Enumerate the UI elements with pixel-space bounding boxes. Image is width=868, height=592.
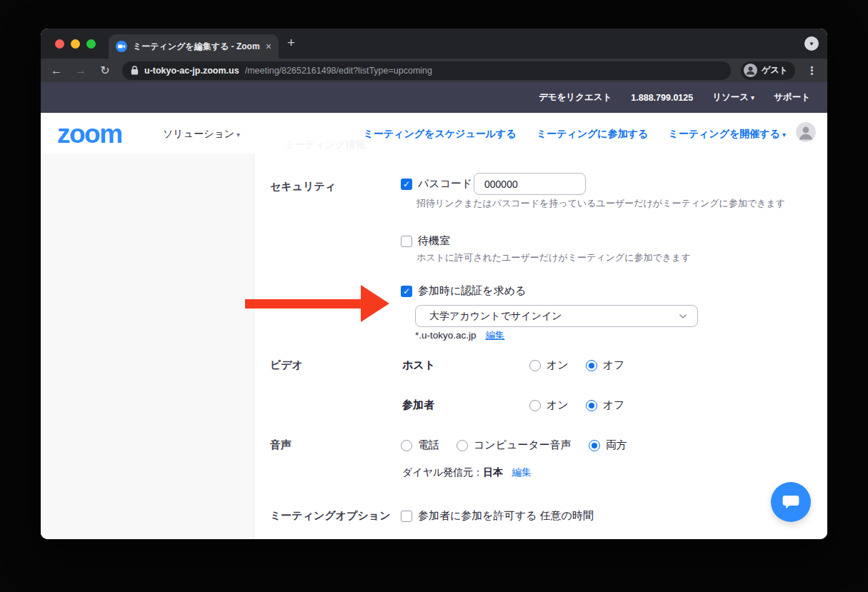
arrow-head xyxy=(361,285,389,322)
join-anytime-checkbox[interactable] xyxy=(401,511,412,522)
zoom-favicon-icon xyxy=(116,41,127,52)
zoom-logo[interactable]: zoom xyxy=(57,119,122,149)
waiting-room-label: 待機室 xyxy=(418,234,450,248)
check-icon: ✓ xyxy=(403,287,410,296)
url-bar[interactable]: u-tokyo-ac-jp.zoom.us /meeting/826521614… xyxy=(122,61,731,80)
profile-pill[interactable]: ゲスト xyxy=(741,61,795,80)
require-auth-label: 参加時に認証を求める xyxy=(418,284,526,298)
chat-fab-button[interactable] xyxy=(771,482,811,522)
participant-video-off-option[interactable]: オフ xyxy=(586,398,625,412)
radio-icon[interactable] xyxy=(586,360,597,371)
radio-icon[interactable] xyxy=(529,360,541,371)
audio-both-option[interactable]: 両方 xyxy=(589,438,627,452)
url-path: /meeting/82652161498/edit?listType=upcom… xyxy=(245,66,432,76)
new-tab-button[interactable]: + xyxy=(287,35,295,51)
red-arrow-annotation xyxy=(245,285,389,322)
video-participant-radios: オン オフ xyxy=(529,398,624,412)
chat-bubble-icon xyxy=(782,493,800,511)
lock-icon xyxy=(131,66,139,75)
participant-label: 参加者 xyxy=(402,398,434,412)
schedule-meeting-link[interactable]: ミーティングをスケジュールする xyxy=(363,128,516,141)
radio-icon[interactable] xyxy=(589,440,600,451)
support-link[interactable]: サポート xyxy=(774,91,810,104)
resources-menu[interactable]: リソース▾ xyxy=(712,91,754,104)
require-auth-row: ✓ 参加時に認証を求める xyxy=(401,284,526,298)
back-icon[interactable]: ← xyxy=(49,64,64,77)
chevron-down-icon: ▾ xyxy=(782,131,786,139)
zoom-top-bar: デモをリクエスト 1.888.799.0125 リソース▾ サポート xyxy=(41,82,827,113)
browser-menu-icon[interactable]: ⋮ xyxy=(805,64,819,77)
zoom-header: ミーティング情報 zoom ソリューション▾ ミーティングをスケジュールする ミ… xyxy=(41,113,827,154)
check-icon: ✓ xyxy=(403,180,410,189)
require-auth-checkbox[interactable]: ✓ xyxy=(401,286,412,297)
host-label: ホスト xyxy=(402,358,435,372)
waiting-room-checkbox[interactable] xyxy=(401,236,412,247)
forward-icon[interactable]: → xyxy=(74,64,88,77)
video-host-radios: オン オフ xyxy=(529,358,624,372)
window-zoom-button[interactable] xyxy=(86,39,96,49)
guest-label: ゲスト xyxy=(762,64,788,76)
tab-strip: ミーティングを編集する - Zoom × + ▼ xyxy=(41,29,827,59)
reload-icon[interactable]: ↻ xyxy=(98,64,112,77)
request-demo-link[interactable]: デモをリクエスト xyxy=(539,91,612,104)
host-meeting-menu[interactable]: ミーティングを開催する▾ xyxy=(668,128,786,141)
dial-from-line: ダイヤル発信元：日本編集 xyxy=(402,466,532,479)
window-close-button[interactable] xyxy=(55,39,64,49)
ghost-text: ミーティング情報 xyxy=(284,139,366,151)
passcode-row: ✓ パスコード xyxy=(401,173,472,195)
arrow-shaft xyxy=(245,299,361,308)
browser-window: ミーティングを編集する - Zoom × + ▼ ← → ↻ u-tokyo-a… xyxy=(41,29,827,539)
radio-icon[interactable] xyxy=(586,400,597,411)
chevron-down-icon: ▾ xyxy=(751,94,754,101)
edit-domains-link[interactable]: 編集 xyxy=(486,330,505,341)
meeting-edit-form: セキュリティ ✓ パスコード 招待リンクまたはパスコードを持っているユーザーだけ… xyxy=(41,154,827,539)
video-participant-row: 参加者 xyxy=(402,398,434,412)
video-section-label: ビデオ xyxy=(270,358,303,372)
waiting-room-help-text: ホストに許可されたユーザーだけがミーティングに参加できます xyxy=(416,251,691,264)
browser-tab[interactable]: ミーティングを編集する - Zoom × xyxy=(109,34,279,59)
audio-phone-option[interactable]: 電話 xyxy=(401,438,439,452)
join-anytime-row: 参加者に参加を許可する 任意の時間 xyxy=(401,509,594,523)
url-domain: u-tokyo-ac-jp.zoom.us xyxy=(144,66,239,76)
host-video-on-option[interactable]: オン xyxy=(529,358,569,372)
participant-video-on-option[interactable]: オン xyxy=(529,398,569,412)
waiting-room-row: 待機室 xyxy=(401,234,450,248)
radio-icon[interactable] xyxy=(457,440,468,451)
avatar-icon xyxy=(744,64,757,77)
radio-icon[interactable] xyxy=(401,440,412,451)
phone-number[interactable]: 1.888.799.0125 xyxy=(631,93,693,103)
audio-section-label: 音声 xyxy=(270,438,291,452)
video-host-row: ホスト xyxy=(402,358,435,372)
audio-computer-option[interactable]: コンピューター音声 xyxy=(457,438,572,452)
tab-title: ミーティングを編集する - Zoom xyxy=(133,41,260,53)
passcode-label: パスコード xyxy=(418,177,472,191)
header-links: ミーティングをスケジュールする ミーティングに参加する ミーティングを開催する▾ xyxy=(363,128,786,141)
join-meeting-link[interactable]: ミーティングに参加する xyxy=(537,128,649,141)
solutions-menu[interactable]: ソリューション▾ xyxy=(163,128,240,141)
chevron-down-icon: ▾ xyxy=(236,131,240,139)
host-video-off-option[interactable]: オフ xyxy=(586,358,625,372)
auth-method-value: 大学アカウントでサインイン xyxy=(429,310,679,323)
passcode-help-text: 招待リンクまたはパスコードを持っているユーザーだけがミーティングに参加できます xyxy=(416,197,785,210)
chevron-down-icon xyxy=(679,313,687,319)
audio-radios: 電話 コンピューター音声 両方 xyxy=(401,438,627,452)
left-sidebar xyxy=(41,154,254,539)
dial-from-label: ダイヤル発信元： xyxy=(402,466,483,479)
window-minimize-button[interactable] xyxy=(71,39,80,49)
auth-domains-text: *.u-tokyo.ac.jp編集 xyxy=(415,329,505,342)
join-anytime-label: 参加者に参加を許可する 任意の時間 xyxy=(418,509,594,523)
close-tab-icon[interactable]: × xyxy=(266,41,271,51)
security-section-label: セキュリティ xyxy=(270,180,336,194)
radio-icon[interactable] xyxy=(529,400,541,411)
tab-search-button[interactable]: ▼ xyxy=(804,36,819,51)
auth-method-select[interactable]: 大学アカウントでサインイン xyxy=(415,305,698,327)
passcode-input[interactable] xyxy=(474,173,586,195)
edit-dial-link[interactable]: 編集 xyxy=(512,466,532,479)
dial-country: 日本 xyxy=(483,466,503,479)
passcode-checkbox[interactable]: ✓ xyxy=(401,179,412,190)
account-avatar[interactable] xyxy=(796,122,816,142)
meeting-options-section-label: ミーティングオプション xyxy=(270,509,391,523)
browser-toolbar: ← → ↻ u-tokyo-ac-jp.zoom.us /meeting/826… xyxy=(41,59,827,82)
